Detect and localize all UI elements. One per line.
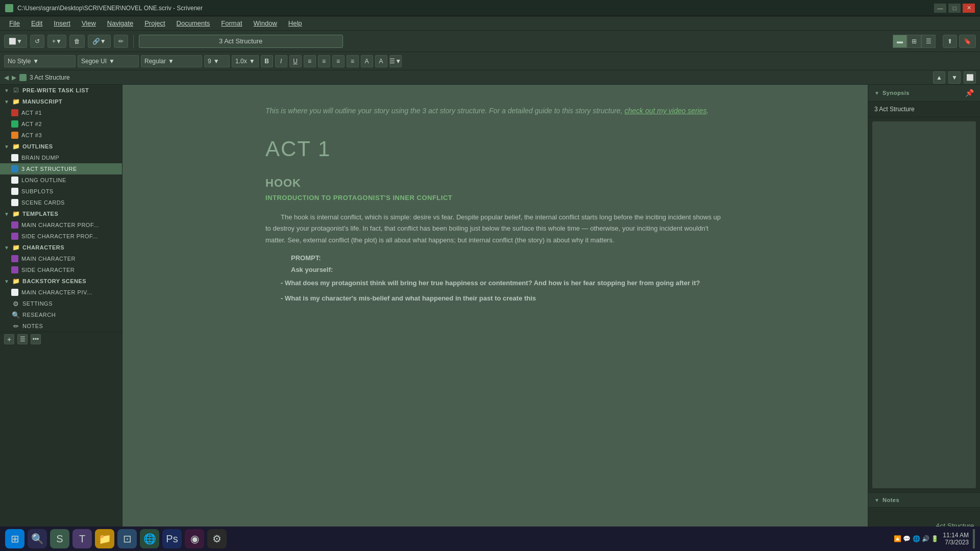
taskbar-scrivener[interactable]: S bbox=[50, 529, 69, 548]
sidebar-label-act1: Act #1 bbox=[21, 110, 42, 116]
maximize-button[interactable]: □ bbox=[948, 4, 961, 13]
close-button[interactable]: ✕ bbox=[963, 4, 975, 13]
sidebar-label-scene-cards: Scene Cards bbox=[21, 199, 65, 206]
sidebar-add-btn[interactable]: + bbox=[4, 334, 14, 344]
breadcrumb-back[interactable]: ◀ bbox=[4, 74, 9, 81]
taskbar-teams[interactable]: T bbox=[72, 529, 92, 548]
sidebar-item-manuscript[interactable]: ▼ 📁 Manuscript bbox=[0, 96, 122, 107]
spacing-select[interactable]: 1.0x ▼ bbox=[232, 55, 259, 67]
weight-select[interactable]: Regular ▼ bbox=[141, 55, 202, 67]
sidebar-item-subplots[interactable]: Subplots bbox=[0, 186, 122, 197]
research-icon: 🔍 bbox=[12, 311, 19, 318]
view-single-btn[interactable]: ▬ bbox=[893, 35, 907, 48]
align-left-btn[interactable]: ≡ bbox=[304, 55, 316, 67]
sidebar-item-scene-cards[interactable]: Scene Cards bbox=[0, 197, 122, 208]
sidebar-item-act1[interactable]: Act #1 bbox=[0, 107, 122, 118]
sidebar-item-outlines[interactable]: ▼ 📁 Outlines bbox=[0, 141, 122, 152]
align-right-btn[interactable]: ≡ bbox=[332, 55, 345, 67]
sidebar-item-side-char[interactable]: Side Character bbox=[0, 264, 122, 276]
toolbar: ⬜▼ ↺ +▼ 🗑 🔗▼ ✏ 3 Act Structure ▬ ⊞ ☰ ⬆ 🔖 bbox=[0, 31, 980, 52]
view-outline-btn[interactable]: ☰ bbox=[921, 35, 936, 48]
notes-header-label: Notes bbox=[883, 497, 899, 503]
taskbar-chrome[interactable]: 🌐 bbox=[140, 529, 159, 548]
sidebar-item-backstory[interactable]: ▼ 📁 Backstory Scenes bbox=[0, 276, 122, 287]
taskbar-right: 🔼 💬 🌐 🔊 🔋 11:14 AM 7/3/2023 bbox=[894, 529, 975, 548]
toolbar-export-btn[interactable]: ⬆ bbox=[943, 35, 957, 48]
video-series-link[interactable]: check out my video series bbox=[624, 107, 706, 115]
font-select[interactable]: Segoe UI ▼ bbox=[78, 55, 139, 67]
font-size-up-btn[interactable]: A bbox=[361, 55, 373, 67]
synopsis-header: ▼ Synopsis 📌 bbox=[868, 85, 980, 102]
style-select[interactable]: No Style ▼ bbox=[4, 55, 76, 67]
long-outline-icon bbox=[11, 177, 18, 184]
menu-insert[interactable]: Insert bbox=[48, 18, 76, 29]
menu-documents[interactable]: Documents bbox=[172, 18, 215, 29]
minimize-button[interactable]: — bbox=[934, 4, 946, 13]
menu-view[interactable]: View bbox=[77, 18, 101, 29]
align-center-btn[interactable]: ≡ bbox=[318, 55, 330, 67]
document-title-display[interactable]: 3 Act Structure bbox=[139, 35, 343, 48]
side-char-prof-icon bbox=[11, 233, 18, 240]
menu-help[interactable]: Help bbox=[283, 18, 307, 29]
menu-window[interactable]: Window bbox=[249, 18, 282, 29]
sidebar-item-brain-dump[interactable]: Brain Dump bbox=[0, 152, 122, 163]
toolbar-back-btn[interactable]: ⬜▼ bbox=[4, 35, 27, 48]
taskbar-settings[interactable]: ⚙ bbox=[207, 529, 227, 548]
sidebar-item-templates[interactable]: ▼ 📁 Templates bbox=[0, 208, 122, 219]
sidebar-item-characters[interactable]: ▼ 📁 Characters bbox=[0, 242, 122, 253]
menu-format[interactable]: Format bbox=[216, 18, 247, 29]
sidebar-label-long-outline: Long Outline bbox=[21, 177, 66, 183]
breadcrumb-forward[interactable]: ▶ bbox=[12, 74, 16, 81]
italic-button[interactable]: I bbox=[275, 55, 287, 67]
start-button[interactable]: ⊞ bbox=[5, 529, 24, 548]
sidebar-label-act2: Act #2 bbox=[21, 121, 42, 127]
sidebar-item-pre-write[interactable]: ▼ ☑ Pre-Write Task List bbox=[0, 85, 122, 96]
underline-button[interactable]: U bbox=[289, 55, 302, 67]
sidebar-item-3-act-structure[interactable]: 3 Act Structure bbox=[0, 163, 122, 174]
sidebar-item-main-char[interactable]: Main Character bbox=[0, 253, 122, 264]
sidebar-item-main-char-piv[interactable]: Main Character Piv... bbox=[0, 287, 122, 298]
sidebar-list-btn[interactable]: ☰ bbox=[17, 334, 28, 344]
system-tray: 🔼 💬 🌐 🔊 🔋 bbox=[894, 535, 939, 542]
sidebar-item-act2[interactable]: Act #2 bbox=[0, 118, 122, 130]
sidebar-item-side-char-prof[interactable]: Side Character Prof... bbox=[0, 231, 122, 242]
editor-area[interactable]: This is where you will outline your stor… bbox=[122, 85, 868, 534]
menu-navigate[interactable]: Navigate bbox=[102, 18, 138, 29]
font-color-btn[interactable]: A bbox=[375, 55, 387, 67]
toolbar-history-btn[interactable]: ↺ bbox=[30, 35, 44, 48]
view-grid-btn[interactable]: ⊞ bbox=[907, 35, 921, 48]
bold-button[interactable]: B bbox=[261, 55, 273, 67]
align-justify-btn[interactable]: ≡ bbox=[347, 55, 359, 67]
breadcrumb-up-btn[interactable]: ▲ bbox=[933, 71, 945, 84]
toolbar-link-btn[interactable]: 🔗▼ bbox=[88, 35, 111, 48]
toolbar-bookmark-btn[interactable]: 🔖 bbox=[959, 35, 976, 48]
breadcrumb-expand-btn[interactable]: ⬜ bbox=[964, 71, 976, 84]
toolbar-trash-btn[interactable]: 🗑 bbox=[69, 35, 85, 48]
synopsis-content-area[interactable] bbox=[872, 121, 976, 488]
taskbar-files[interactable]: 📁 bbox=[95, 529, 114, 548]
menu-project[interactable]: Project bbox=[139, 18, 170, 29]
toolbar-edit-btn[interactable]: ✏ bbox=[114, 35, 128, 48]
list-btn[interactable]: ☰▼ bbox=[389, 55, 402, 67]
breadcrumb-down-btn[interactable]: ▼ bbox=[948, 71, 961, 84]
sidebar-more-btn[interactable]: ••• bbox=[31, 334, 41, 344]
synopsis-panel: ▼ Synopsis 📌 3 Act Structure ▼ Notes Act… bbox=[868, 85, 980, 534]
taskbar-photoshop[interactable]: Ps bbox=[162, 529, 182, 548]
search-taskbar[interactable]: 🔍 bbox=[28, 529, 47, 548]
synopsis-pin-icon[interactable]: 📌 bbox=[965, 89, 974, 97]
sidebar-item-act3[interactable]: Act #3 bbox=[0, 130, 122, 141]
sidebar-item-notes[interactable]: ✏ Notes bbox=[0, 320, 122, 332]
show-desktop-btn[interactable] bbox=[973, 529, 975, 548]
taskbar-clock[interactable]: 11:14 AM 7/3/2023 bbox=[943, 532, 969, 546]
toolbar-add-btn[interactable]: +▼ bbox=[47, 35, 66, 48]
sidebar-item-long-outline[interactable]: Long Outline bbox=[0, 174, 122, 186]
sidebar-item-main-char-prof[interactable]: Main Character Prof... bbox=[0, 219, 122, 231]
synopsis-header-label: Synopsis bbox=[883, 90, 910, 96]
taskbar-app1[interactable]: ⊡ bbox=[117, 529, 137, 548]
taskbar-app2[interactable]: ◉ bbox=[185, 529, 204, 548]
sidebar-item-research[interactable]: 🔍 Research bbox=[0, 309, 122, 320]
size-select[interactable]: 9 ▼ bbox=[204, 55, 230, 67]
menu-edit[interactable]: Edit bbox=[26, 18, 47, 29]
menu-file[interactable]: File bbox=[4, 18, 25, 29]
sidebar-item-settings[interactable]: ⚙ Settings bbox=[0, 298, 122, 309]
